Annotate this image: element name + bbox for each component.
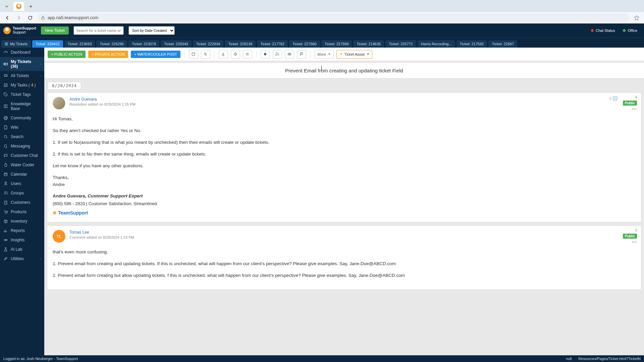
- app-header: TeamSupport Support New Ticket Sort by D…: [0, 23, 644, 38]
- ticket-tab[interactable]: Ticket: 22687: [488, 40, 517, 48]
- new-ticket-button[interactable]: New Ticket: [41, 26, 69, 35]
- sort-select[interactable]: Sort by Date Created: [128, 26, 175, 35]
- new-tab-button[interactable]: [27, 2, 35, 10]
- sidebar-item[interactable]: Calendar: [0, 170, 44, 179]
- sidebar-item[interactable]: Users: [0, 179, 44, 188]
- user-icon: [3, 181, 8, 186]
- sidebar-item-label: Water Cooler: [11, 163, 34, 167]
- forward-button[interactable]: [15, 14, 23, 22]
- author-link[interactable]: Andre Guevara: [69, 97, 136, 102]
- sidebar-item-label: Ticket Tags: [11, 92, 31, 97]
- message-menu-icon[interactable]: •••: [632, 240, 637, 245]
- private-action-button[interactable]: + PRIVATE ACTION: [88, 51, 128, 58]
- sidebar-item[interactable]: Wiki: [0, 123, 44, 132]
- sidebar-item[interactable]: Insights: [0, 235, 44, 245]
- sort-arrows-icon[interactable]: [201, 50, 210, 59]
- sidebar-item-label: Search: [11, 134, 23, 139]
- sidebar-item[interactable]: Groups: [0, 188, 44, 198]
- ticket-tab[interactable]: Ticket: 228343: [161, 40, 192, 48]
- ticket-tab[interactable]: Ticket: 227860: [289, 40, 320, 48]
- flag-icon[interactable]: [297, 50, 306, 59]
- sidebar-item[interactable]: Utilities›: [0, 254, 44, 263]
- status-dot-red-icon: [591, 29, 594, 32]
- tab-label: Ticket: 228422: [36, 42, 60, 46]
- visibility-badge: Public: [623, 101, 637, 106]
- like-icon[interactable]: [613, 96, 618, 101]
- sidebar-item[interactable]: Customers: [0, 198, 44, 207]
- bookmark-star-icon[interactable]: [633, 14, 641, 22]
- author-link[interactable]: Tomas Lee: [69, 230, 134, 235]
- sidebar-item[interactable]: Community: [0, 113, 44, 123]
- refresh-icon[interactable]: [189, 50, 198, 59]
- sidebar-item[interactable]: Dashboard: [0, 48, 44, 57]
- ticket-tab[interactable]: Ticket: 228422: [32, 40, 63, 48]
- sidebar-item[interactable]: My Tickets (36)›: [0, 57, 44, 71]
- sidebar-item[interactable]: All Tickets›: [0, 71, 44, 80]
- url-text: app.na5.teamsupport.com: [48, 15, 98, 20]
- public-action-button[interactable]: + PUBLIC ACTION: [48, 51, 86, 58]
- ticket-search-input[interactable]: [73, 26, 124, 35]
- transfer-icon[interactable]: [243, 50, 252, 59]
- ticket-tab[interactable]: Ticket: 223693: [64, 40, 95, 48]
- address-bar[interactable]: app.na5.teamsupport.com: [38, 13, 629, 22]
- ticket-title-input[interactable]: Prevent Email from creating and updating…: [44, 63, 644, 78]
- back-button[interactable]: [3, 14, 11, 22]
- sidebar-item[interactable]: Water Cooler: [0, 160, 44, 170]
- avatar[interactable]: [53, 97, 65, 110]
- sidebar-item-label: Dashboard: [11, 50, 31, 55]
- avatar[interactable]: TL: [53, 230, 65, 243]
- more-dropdown[interactable]: More ▼: [315, 50, 334, 59]
- tab-dropdown-icon[interactable]: [3, 2, 11, 10]
- ticket-tab[interactable]: Ticket: 223079: [128, 40, 159, 48]
- sidebar-item[interactable]: Messaging: [0, 141, 44, 151]
- globe-icon: [3, 116, 8, 120]
- svg-rect-0: [42, 17, 44, 19]
- tab-label: Ticket: 223079: [132, 42, 156, 46]
- sidebar-item-label: Wiki: [11, 125, 18, 130]
- sidebar-item[interactable]: Reports: [0, 226, 44, 235]
- ticket-assist-dropdown[interactable]: ✦ Ticket Assist ▼: [336, 50, 373, 59]
- download-icon[interactable]: [219, 50, 228, 59]
- ticket-tab[interactable]: Ticket: 217762: [257, 40, 288, 48]
- building-icon: [3, 200, 8, 205]
- sidebar-item[interactable]: Products: [0, 207, 44, 217]
- record-icon[interactable]: [261, 50, 270, 59]
- logo-mark-icon: [3, 27, 11, 34]
- tag-icon: [3, 92, 8, 97]
- ticket-tab[interactable]: Ticket: 222934: [193, 40, 224, 48]
- ticket-tab[interactable]: Ticket: 214635: [353, 40, 384, 48]
- ticket-tab[interactable]: My Tickets: [1, 40, 31, 48]
- sidebar-item[interactable]: Ticket Tags: [0, 90, 44, 99]
- ticket-tab[interactable]: Harris Recording...: [418, 40, 455, 48]
- broadcast-icon[interactable]: [231, 50, 240, 59]
- browser-toolbar: app.na5.teamsupport.com: [0, 11, 644, 23]
- sidebar-item[interactable]: Search: [0, 132, 44, 141]
- watercooler-post-button[interactable]: + WATERCOOLER POST: [131, 51, 180, 58]
- sidebar-item[interactable]: My Tasks ( 4 ): [0, 80, 44, 90]
- sidebar-item-label: All Tickets: [11, 73, 29, 78]
- ticket-tab[interactable]: Ticket: 227958: [321, 40, 352, 48]
- ticket-tab[interactable]: Ticket: 226295: [96, 40, 127, 48]
- ticket-tab[interactable]: Ticket: 225771: [385, 40, 416, 48]
- message-menu-icon[interactable]: •••: [632, 107, 637, 112]
- list-icon[interactable]: [285, 50, 294, 59]
- ticket-tab[interactable]: Ticket: 228139: [225, 40, 256, 48]
- sidebar-item[interactable]: Knowledge Base: [0, 99, 44, 113]
- brand-logo[interactable]: TeamSupport Support: [3, 26, 36, 34]
- chat-status[interactable]: Chat Status: [591, 28, 615, 33]
- reload-button[interactable]: [26, 14, 34, 22]
- office-status[interactable]: Office: [623, 28, 637, 33]
- tab-label: Ticket: 225771: [389, 42, 413, 46]
- sidebar-item[interactable]: Customer Chat: [0, 151, 44, 160]
- browser-tab-active[interactable]: [13, 2, 24, 11]
- site-info-icon: [41, 16, 45, 20]
- tab-label: Ticket: 228139: [228, 42, 252, 46]
- message-timestamp: Resolution added on 8/28/2024 1:26 PM: [69, 102, 136, 106]
- status-bar: Logged in as: Josh Neuberger - TeamSuppo…: [0, 355, 644, 362]
- rss-icon[interactable]: [273, 50, 282, 59]
- book-icon: [3, 104, 8, 109]
- svg-point-1: [264, 53, 266, 55]
- sidebar-item[interactable]: AI Lab: [0, 245, 44, 254]
- ticket-tab[interactable]: Ticket: 217592: [457, 40, 487, 48]
- sidebar-item[interactable]: Inventory: [0, 217, 44, 226]
